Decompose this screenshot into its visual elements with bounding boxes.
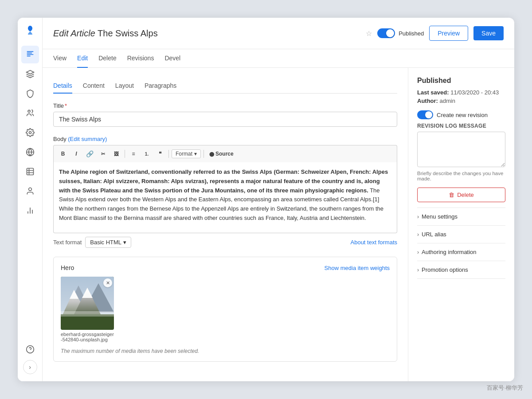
sidebar-expand-button[interactable]: ›: [23, 360, 37, 374]
accordion-authoring-info[interactable]: › Authoring information: [417, 243, 505, 261]
main-split: Details Content Layout Paragraphs Title*…: [43, 68, 514, 381]
sidebar-item-help[interactable]: [21, 340, 39, 358]
hero-header: Hero Show media item weights: [61, 264, 390, 271]
tab-delete[interactable]: Delete: [98, 49, 116, 68]
header-actions: Published Preview Save: [377, 26, 504, 41]
toolbar-image[interactable]: 🖼: [110, 148, 122, 160]
watermark: 百家号·柳华芳: [487, 384, 523, 392]
toolbar-separator-1: [125, 150, 125, 158]
preview-button[interactable]: Preview: [429, 26, 468, 41]
tab-revisions[interactable]: Revisions: [127, 49, 154, 68]
svg-rect-2: [27, 54, 33, 55]
toolbar-separator-2: [168, 150, 169, 158]
sidebar-item-shield[interactable]: [21, 85, 39, 102]
title-label: Title*: [53, 102, 397, 109]
svg-rect-18: [61, 311, 114, 317]
accordion: › Menu settings › URL alias › Authoring …: [417, 207, 505, 279]
published-toggle[interactable]: [377, 28, 395, 38]
inner-tab-layout[interactable]: Layout: [115, 78, 134, 94]
edit-summary-link[interactable]: (Edit summary): [68, 136, 107, 142]
toolbar-separator-3: [203, 150, 204, 158]
trash-icon: 🗑: [449, 192, 454, 198]
svg-rect-17: [61, 314, 114, 330]
chevron-right-icon: ›: [417, 214, 419, 220]
sidebar-item-settings[interactable]: [21, 124, 39, 141]
last-saved-meta: Last saved: 11/03/2020 - 20:43: [417, 89, 505, 96]
tab-view[interactable]: View: [53, 49, 66, 68]
accordion-promotion-options[interactable]: › Promotion options: [417, 261, 505, 279]
create-revision-row: Create new revision: [417, 110, 505, 119]
create-revision-toggle[interactable]: [417, 110, 433, 119]
sidebar-item-layers[interactable]: [21, 65, 39, 83]
text-format-row: Text format Basic HTML ▾ About text form…: [53, 237, 397, 248]
inner-tab-details[interactable]: Details: [53, 78, 72, 94]
sidebar-item-globe[interactable]: [21, 143, 39, 161]
image-filename: eberhard-grossgasteiger-542840-unsplash.…: [61, 332, 114, 342]
title-input[interactable]: [53, 112, 397, 127]
revision-log-label: Revision log message: [417, 123, 505, 129]
content-area: Edit Article The Swiss Alps ☆ Published …: [43, 18, 514, 381]
status-title: Published: [417, 77, 505, 85]
logo[interactable]: [25, 25, 35, 37]
chevron-right-icon: ›: [417, 231, 419, 238]
sidebar: ›: [18, 18, 43, 381]
save-button[interactable]: Save: [473, 26, 504, 40]
sidebar-item-users[interactable]: [21, 104, 39, 122]
remove-image-button[interactable]: ✕: [103, 278, 112, 287]
svg-point-5: [29, 132, 31, 134]
inner-tab-content[interactable]: Content: [83, 78, 105, 94]
show-media-weights-link[interactable]: Show media item weights: [325, 265, 390, 271]
chevron-right-icon: ›: [417, 249, 419, 255]
published-toggle-wrapper: Published: [377, 28, 424, 38]
toolbar-list-ol[interactable]: 1.: [141, 148, 153, 160]
form-area: Details Content Layout Paragraphs Title*…: [43, 68, 408, 381]
create-revision-label: Create new revision: [437, 112, 488, 118]
toolbar-list-ul[interactable]: ≡: [128, 148, 139, 160]
top-tabs: View Edit Delete Revisions Devel: [43, 49, 514, 68]
accordion-url-alias[interactable]: › URL alias: [417, 226, 505, 243]
svg-rect-0: [27, 51, 33, 52]
revision-log-hint: Briefly describe the changes you have ma…: [417, 171, 505, 181]
favorite-icon[interactable]: ☆: [366, 29, 372, 38]
page-header: Edit Article The Swiss Alps ☆ Published …: [43, 18, 514, 49]
inner-tab-paragraphs[interactable]: Paragraphs: [145, 78, 176, 94]
toolbar-bold[interactable]: B: [57, 148, 69, 160]
sidebar-item-chart[interactable]: [21, 202, 39, 219]
svg-point-4: [28, 110, 30, 112]
svg-rect-3: [27, 56, 30, 57]
hero-title: Hero: [61, 264, 74, 271]
tab-devel[interactable]: Devel: [164, 49, 180, 68]
sidebar-item-content[interactable]: [21, 46, 39, 63]
toolbar-blockquote[interactable]: ❝: [154, 148, 166, 160]
sidebar-bottom: ›: [21, 340, 39, 374]
sidebar-item-database[interactable]: [21, 163, 39, 180]
editor-body[interactable]: The Alpine region of Switzerland, conven…: [53, 162, 397, 233]
right-sidebar: Published Last saved: 11/03/2020 - 20:43…: [408, 68, 514, 381]
revision-log-textarea[interactable]: [417, 132, 505, 167]
image-thumbnail: ✕ eberhard-grossgasteiger-542840-unsplas…: [61, 277, 114, 342]
about-text-formats-link[interactable]: About text formats: [351, 239, 398, 246]
toolbar-source[interactable]: ⬤ Source: [207, 148, 236, 160]
svg-rect-7: [27, 168, 33, 175]
text-format-label: Text format: [53, 239, 82, 246]
accordion-menu-settings[interactable]: › Menu settings: [417, 208, 505, 226]
toolbar-italic[interactable]: I: [70, 148, 82, 160]
title-field-group: Title*: [53, 102, 397, 127]
tab-edit[interactable]: Edit: [77, 49, 88, 68]
toolbar-link[interactable]: 🔗: [84, 148, 95, 160]
text-format-select[interactable]: Basic HTML ▾: [85, 237, 131, 248]
chevron-right-icon: ›: [417, 267, 419, 273]
media-max-message: The maximum number of media items have b…: [61, 348, 390, 354]
svg-rect-1: [27, 53, 32, 54]
page-title: Edit Article The Swiss Alps: [53, 28, 360, 39]
editor-toolbar: B I 🔗 ✂ 🖼 ≡ 1. ❝ Format ▾: [53, 145, 397, 162]
image-preview: ✕: [61, 277, 114, 330]
sidebar-item-person[interactable]: [21, 182, 39, 200]
delete-button[interactable]: 🗑 Delete: [417, 188, 505, 202]
body-field-group: Body (Edit summary) B I 🔗 ✂ 🖼 ≡ 1. ❝: [53, 136, 397, 248]
toolbar-unlink[interactable]: ✂: [97, 148, 109, 160]
hero-section: Hero Show media item weights: [53, 257, 397, 362]
toolbar-format-select[interactable]: Format ▾: [172, 149, 201, 158]
body-label: Body (Edit summary): [53, 136, 397, 142]
published-label: Published: [399, 30, 424, 37]
